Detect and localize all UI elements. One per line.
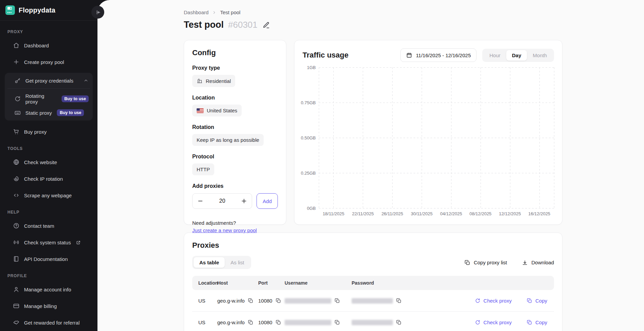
sidebar-item-check-system-status[interactable]: Check system status bbox=[4, 237, 93, 248]
buy-to-use-badge: Buy to use bbox=[62, 95, 89, 102]
divider bbox=[7, 88, 90, 89]
y-tick-label: 0.50GB bbox=[301, 135, 316, 140]
chevron-right-icon bbox=[212, 10, 217, 15]
v-gridline bbox=[481, 67, 481, 208]
copy-proxy-list-button[interactable]: Copy proxy list bbox=[464, 260, 507, 266]
config-value-text: Residential bbox=[206, 78, 231, 84]
buy-to-use-badge: Buy to use bbox=[57, 109, 84, 116]
granularity-month[interactable]: Month bbox=[527, 50, 553, 61]
sidebar-collapse-button[interactable] bbox=[91, 6, 104, 19]
masked-username bbox=[285, 298, 331, 304]
pool-id: #60301 bbox=[228, 20, 258, 30]
handshake-icon bbox=[13, 319, 20, 326]
sidebar-item-contact-team[interactable]: Contact team bbox=[4, 220, 93, 231]
sidebar-item-label: Check IP rotation bbox=[24, 176, 63, 182]
copy-icon bbox=[527, 298, 532, 304]
copy-button[interactable]: Copy bbox=[527, 298, 547, 304]
add-proxies-button[interactable]: Add bbox=[257, 193, 278, 209]
download-button[interactable]: Download bbox=[522, 260, 554, 266]
need-adjustments-text: Need adjustments? bbox=[192, 219, 278, 227]
sidebar-nav: PROXYDashboardCreate proxy poolGet proxy… bbox=[0, 29, 97, 328]
config-field-label-protocol: Protocol bbox=[192, 154, 278, 160]
granularity-day[interactable]: Day bbox=[506, 50, 527, 61]
traffic-chart: 1GB0.75GB0.50GB0.25GB0GB bbox=[303, 67, 554, 208]
copy-username-button[interactable] bbox=[334, 298, 340, 304]
increment-button[interactable] bbox=[241, 198, 247, 204]
host-value: geo.g-w.info bbox=[217, 319, 245, 325]
check-proxy-button[interactable]: Check proxy bbox=[475, 319, 512, 325]
date-range-picker[interactable]: 11/16/2025 - 12/16/2025 bbox=[400, 48, 476, 62]
masked-username bbox=[285, 320, 331, 325]
copy-host-button[interactable] bbox=[248, 319, 253, 325]
sidebar-item-get-proxy-credentials[interactable]: Get proxy credentials bbox=[5, 75, 92, 86]
check-proxy-button[interactable]: Check proxy bbox=[475, 298, 512, 304]
x-tick-label: 04/12/2025 bbox=[440, 211, 462, 216]
sidebar-item-create-proxy-pool[interactable]: Create proxy pool bbox=[4, 56, 93, 68]
plus-icon bbox=[241, 198, 247, 204]
sidebar-item-api-documentation[interactable]: API Documentation bbox=[4, 253, 93, 265]
date-range-value: 11/16/2025 - 12/16/2025 bbox=[416, 52, 471, 58]
key-icon bbox=[14, 77, 21, 84]
cart-icon bbox=[13, 128, 20, 135]
proxy-count-value[interactable]: 20 bbox=[219, 198, 225, 204]
sidebar-item-get-rewarded-for-referral[interactable]: Get rewarded for referral bbox=[4, 317, 93, 328]
column-header-host: Host bbox=[217, 280, 258, 286]
cell-password bbox=[352, 319, 454, 325]
sidebar-item-check-ip-rotation[interactable]: Check IP rotation bbox=[4, 173, 93, 184]
sidebar-item-check-website[interactable]: Check website bbox=[4, 156, 93, 168]
card-icon bbox=[13, 303, 20, 309]
sidebar-item-static-proxy[interactable]: Static proxyBuy to use bbox=[5, 108, 92, 118]
sidebar-item-manage-billing[interactable]: Manage billing bbox=[4, 300, 93, 312]
table-row: USgeo.g-w.info10080Check proxyCopy bbox=[192, 312, 554, 331]
nav-group-get-proxy-credentials: Get proxy credentialsRotating proxyBuy t… bbox=[5, 73, 93, 120]
config-value-rotation: Keep IP as long as possible bbox=[192, 134, 264, 146]
v-gridline bbox=[392, 67, 393, 208]
copy-password-button[interactable] bbox=[396, 319, 402, 325]
v-gridline bbox=[363, 67, 363, 208]
sidebar: Floppydata PROXYDashboardCreate proxy po… bbox=[0, 0, 97, 331]
copy-host-button[interactable] bbox=[248, 298, 253, 304]
config-value-location: United States bbox=[192, 105, 242, 116]
view-mode-tabs: As tableAs list bbox=[192, 256, 251, 269]
column-header-location: Location bbox=[198, 280, 217, 286]
sidebar-item-manage-account-info[interactable]: Manage account info bbox=[4, 284, 93, 295]
column-header-port: Port bbox=[258, 280, 285, 286]
tab-as-list[interactable]: As list bbox=[225, 257, 250, 268]
home-icon bbox=[13, 42, 20, 49]
x-tick-label: 22/11/2025 bbox=[352, 211, 374, 216]
x-tick-label: 08/12/2025 bbox=[469, 211, 491, 216]
column-header-password: Password bbox=[352, 280, 454, 286]
copy-button[interactable]: Copy bbox=[527, 319, 547, 325]
tab-as-table[interactable]: As table bbox=[194, 257, 225, 268]
sidebar-item-scrape-any-webpage[interactable]: Scrape any webpage bbox=[4, 190, 93, 201]
masked-password bbox=[352, 320, 393, 325]
sidebar-item-rotating-proxy[interactable]: Rotating proxyBuy to use bbox=[5, 91, 92, 106]
sidebar-item-label: Contact team bbox=[24, 223, 54, 229]
nav-section-label: PROXY bbox=[7, 29, 90, 34]
x-tick-label: 12/12/2025 bbox=[499, 211, 521, 216]
building-icon bbox=[197, 78, 203, 84]
breadcrumb-dashboard[interactable]: Dashboard bbox=[184, 9, 208, 15]
edit-pool-name-button[interactable] bbox=[262, 21, 270, 29]
globe-icon bbox=[13, 159, 20, 166]
cell-host: geo.g-w.info bbox=[217, 319, 258, 325]
sidebar-item-label: Dashboard bbox=[24, 43, 49, 48]
code-icon bbox=[13, 192, 20, 199]
create-new-pool-link[interactable]: Just create a new proxy pool bbox=[192, 227, 257, 233]
collapse-left-icon bbox=[95, 9, 101, 16]
granularity-hour[interactable]: Hour bbox=[484, 50, 506, 61]
config-heading: Config bbox=[192, 48, 278, 57]
sidebar-item-label: Manage account info bbox=[24, 287, 71, 292]
decrement-button[interactable] bbox=[197, 198, 204, 204]
copy-port-button[interactable] bbox=[275, 319, 281, 325]
copy-password-button[interactable] bbox=[396, 298, 402, 304]
config-field-label-rotation: Rotation bbox=[192, 124, 278, 130]
copy-username-button[interactable] bbox=[334, 319, 340, 325]
h-gridline bbox=[319, 138, 554, 138]
sidebar-item-buy-proxy[interactable]: Buy proxy bbox=[4, 126, 93, 137]
action-label: Check proxy bbox=[484, 298, 512, 304]
copy-port-button[interactable] bbox=[275, 298, 281, 304]
granularity-toggle: HourDayMonth bbox=[482, 49, 554, 62]
x-tick-label: 30/11/2025 bbox=[411, 211, 432, 216]
sidebar-item-dashboard[interactable]: Dashboard bbox=[4, 40, 93, 51]
